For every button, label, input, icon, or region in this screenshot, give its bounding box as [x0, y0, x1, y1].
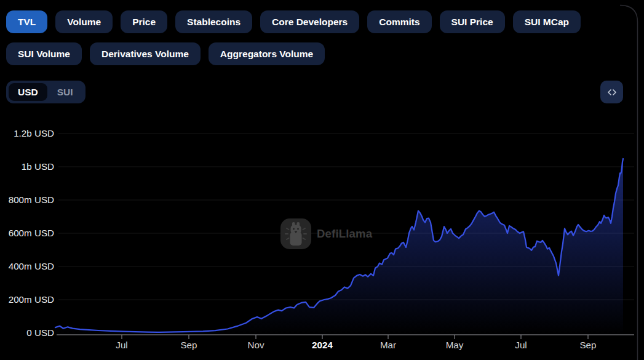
tvl-area-fill [55, 159, 623, 335]
y-axis-label: 600m USD [9, 228, 54, 238]
currency-option-sui[interactable]: SUI [47, 83, 83, 101]
y-axis-label: 1b USD [22, 161, 54, 172]
x-axis-label: Jul [515, 340, 527, 350]
code-embed-icon [606, 86, 618, 98]
x-axis-label: Jul [116, 340, 127, 350]
tab-stablecoins[interactable]: Stablecoins [175, 10, 252, 33]
y-axis-label: 1.2b USD [14, 128, 54, 138]
x-axis-label: 2024 [312, 340, 333, 350]
tab-price[interactable]: Price [121, 10, 167, 33]
defillama-sui-chart-page: { "tabs": { "row1": [ {"label": "TVL", "… [0, 0, 644, 360]
tab-aggregators-volume[interactable]: Aggregators Volume [209, 42, 325, 65]
tab-sui-mcap[interactable]: SUI MCap [513, 10, 581, 33]
x-axis-label: Sep [579, 340, 596, 350]
currency-option-usd[interactable]: USD [9, 83, 47, 101]
x-axis-label: Mar [380, 340, 396, 350]
y-axis-label: 400m USD [9, 261, 54, 271]
x-axis-label: Sep [180, 340, 197, 350]
tab-commits[interactable]: Commits [367, 10, 431, 33]
embed-chart-button[interactable] [600, 81, 623, 103]
y-axis-label: 0 USD [26, 327, 54, 338]
y-axis-label: 200m USD [9, 294, 54, 305]
y-axis-label: 800m USD [9, 194, 54, 205]
tab-tvl[interactable]: TVL [6, 10, 47, 33]
currency-toggle: USD SUI [6, 81, 85, 103]
metric-tabs-row-1: TVLVolumePriceStablecoinsCore Developers… [6, 10, 581, 33]
tab-sui-price[interactable]: SUI Price [440, 10, 505, 33]
metric-tabs-row-2: SUI VolumeDerivatives VolumeAggregators … [6, 42, 325, 65]
x-axis-label: May [446, 340, 464, 350]
tab-volume[interactable]: Volume [55, 10, 113, 33]
tab-core-developers[interactable]: Core Developers [260, 10, 359, 33]
x-axis-label: Nov [247, 340, 264, 350]
tab-derivatives-volume[interactable]: Derivatives Volume [90, 42, 201, 65]
tab-sui-volume[interactable]: SUI Volume [6, 42, 82, 65]
